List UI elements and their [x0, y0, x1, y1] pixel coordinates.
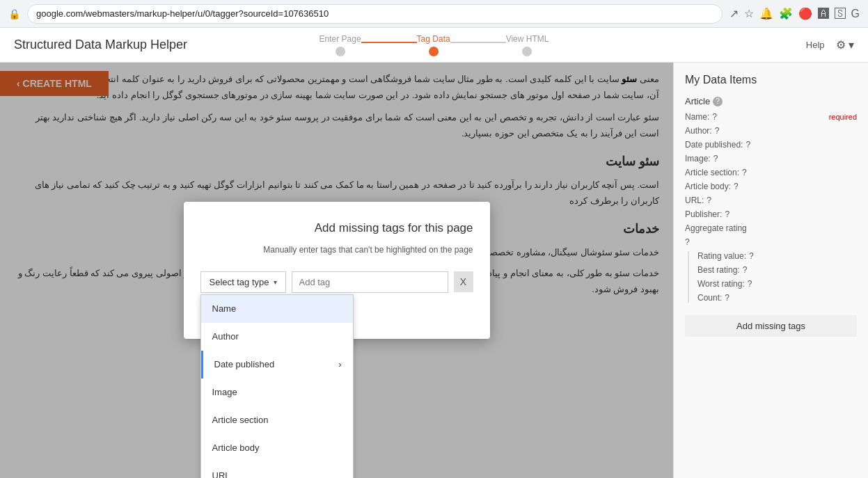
- bell-icon[interactable]: 🔔: [759, 7, 773, 20]
- sidebar-title: My Data Items: [685, 74, 857, 86]
- field-url-help-icon[interactable]: ?: [707, 196, 711, 205]
- modal: Add missing tags for this page Manually …: [184, 202, 490, 338]
- field-aggregate-rating-label: Aggregate rating: [685, 223, 747, 233]
- ext-icon2[interactable]: 🔴: [798, 7, 812, 20]
- share-icon[interactable]: ↗: [729, 7, 739, 20]
- required-badge: required: [829, 113, 857, 121]
- field-publisher-help-icon[interactable]: ?: [725, 209, 729, 219]
- field-url-label: URL:: [685, 196, 704, 205]
- field-aggregate-rating-help-icon[interactable]: ?: [685, 237, 690, 247]
- field-date-published-help-icon[interactable]: ?: [745, 140, 750, 150]
- main-layout: CREATE HTML › معنی سئو سایت با این کلمه …: [0, 63, 868, 478]
- browser-url-bar[interactable]: google.com/webmasters/markup-helper/u/0/…: [27, 4, 723, 24]
- browser-icons: ↗ ☆ 🔔 🧩 🔴 🅰 🅂 G: [729, 7, 860, 20]
- field-publisher-label: Publisher:: [685, 209, 722, 219]
- field-name-help-icon[interactable]: ?: [712, 112, 717, 122]
- field-count-label: Count:: [697, 293, 722, 303]
- step-view-html-label: View HTML: [506, 34, 549, 44]
- field-best-rating-help-icon[interactable]: ?: [743, 265, 748, 275]
- field-url: URL: ?: [685, 196, 857, 205]
- article-label: Article ?: [685, 96, 857, 106]
- arrow-right-icon: ›: [338, 357, 341, 372]
- app-header: Structured Data Markup Helper Enter Page…: [0, 28, 868, 63]
- add-tag-input[interactable]: [292, 271, 448, 293]
- field-image: Image: ?: [685, 154, 857, 164]
- dropdown-wrapper: Select tag type ▾ Name Author: [200, 271, 286, 293]
- help-link[interactable]: Help: [806, 40, 825, 50]
- field-article-body-help-icon[interactable]: ?: [734, 182, 739, 191]
- rating-subfields: Rating value: ? Best rating: ? Worst rat…: [688, 251, 857, 303]
- menu-item-url-label: URL: [212, 468, 230, 478]
- stepper: Enter Page Tag Data View HTML: [319, 34, 549, 56]
- field-count-help-icon[interactable]: ?: [725, 293, 729, 303]
- field-date-published: Date published: ?: [685, 140, 857, 150]
- header-right: Help ⚙ ▾: [806, 38, 854, 51]
- step-enter-page: Enter Page: [319, 34, 361, 56]
- menu-item-name[interactable]: Name: [201, 295, 353, 323]
- field-article-body-label: Article body:: [685, 182, 731, 191]
- field-publisher: Publisher: ?: [685, 209, 857, 219]
- menu-item-date-published[interactable]: Date published ›: [201, 351, 353, 379]
- field-name-label: Name:: [685, 112, 709, 122]
- field-worst-rating-label: Worst rating:: [697, 279, 745, 289]
- field-aggregate-rating-help: ?: [685, 237, 857, 247]
- lock-icon: 🔒: [8, 8, 20, 19]
- step-line-2: [450, 42, 506, 43]
- close-tag-button[interactable]: X: [454, 271, 473, 292]
- field-article-section-help-icon[interactable]: ?: [742, 168, 747, 177]
- ext-icon1[interactable]: 🧩: [779, 7, 793, 20]
- sidebar: My Data Items Article ? Name: ? required…: [673, 63, 868, 478]
- menu-item-image[interactable]: Image: [201, 379, 353, 406]
- field-article-body: Article body: ?: [685, 182, 857, 191]
- step-line-1: [361, 42, 417, 43]
- profile-icon[interactable]: G: [851, 8, 860, 20]
- field-aggregate-rating: Aggregate rating: [685, 223, 857, 233]
- menu-item-article-section-label: Article section: [212, 413, 269, 428]
- step-tag-data-label: Tag Data: [417, 34, 450, 44]
- menu-item-article-body-label: Article body: [212, 440, 260, 456]
- ext-icon4[interactable]: 🅂: [835, 8, 846, 20]
- add-missing-tags-button[interactable]: Add missing tags: [685, 315, 857, 337]
- modal-overlay: Add missing tags for this page Manually …: [0, 63, 673, 478]
- menu-item-url[interactable]: URL: [201, 462, 353, 478]
- dropdown-label: Select tag type: [210, 277, 269, 287]
- field-author: Author: ?: [685, 126, 857, 136]
- step-enter-page-label: Enter Page: [319, 34, 361, 44]
- select-tag-type-button[interactable]: Select tag type ▾: [200, 271, 286, 293]
- step-tag-data: Tag Data: [417, 34, 450, 56]
- menu-item-author[interactable]: Author: [201, 323, 353, 351]
- menu-item-image-label: Image: [212, 385, 237, 400]
- field-count: Count: ?: [697, 293, 857, 303]
- field-rating-value-label: Rating value:: [697, 251, 746, 261]
- chevron-down-icon: ▾: [274, 278, 277, 286]
- menu-item-name-label: Name: [212, 301, 237, 317]
- field-rating-value: Rating value: ?: [697, 251, 857, 261]
- step-dot-view-html: [523, 47, 532, 56]
- field-image-label: Image:: [685, 154, 711, 164]
- browser-bar: 🔒 google.com/webmasters/markup-helper/u/…: [0, 0, 868, 28]
- step-dot-tag-data: [429, 47, 439, 56]
- menu-item-article-section[interactable]: Article section: [201, 406, 353, 434]
- field-best-rating: Best rating: ?: [697, 265, 857, 275]
- field-best-rating-label: Best rating:: [697, 265, 740, 275]
- menu-item-date-published-label: Date published: [214, 357, 275, 372]
- menu-item-article-body[interactable]: Article body: [201, 434, 353, 462]
- step-dot-enter-page: [336, 47, 345, 56]
- menu-item-author-label: Author: [212, 329, 239, 344]
- star-icon[interactable]: ☆: [744, 7, 754, 20]
- field-worst-rating-help-icon[interactable]: ?: [748, 279, 752, 289]
- article-text: Article: [685, 96, 710, 106]
- settings-icon[interactable]: ⚙ ▾: [836, 38, 854, 51]
- field-author-help-icon[interactable]: ?: [715, 126, 720, 136]
- field-worst-rating: Worst rating: ?: [697, 279, 857, 289]
- article-help-icon[interactable]: ?: [713, 97, 723, 106]
- field-article-section-label: Article section:: [685, 168, 739, 177]
- modal-title: Add missing tags for this page: [200, 218, 473, 239]
- app-title: Structured Data Markup Helper: [14, 38, 187, 52]
- field-image-help-icon[interactable]: ?: [713, 154, 718, 164]
- modal-subtitle: Manually enter tags that can't be highli…: [200, 243, 473, 257]
- ext-icon3[interactable]: 🅰: [818, 8, 829, 20]
- content-area: CREATE HTML › معنی سئو سایت با این کلمه …: [0, 63, 673, 478]
- field-rating-value-help-icon[interactable]: ?: [749, 251, 754, 261]
- field-date-published-label: Date published:: [685, 140, 743, 150]
